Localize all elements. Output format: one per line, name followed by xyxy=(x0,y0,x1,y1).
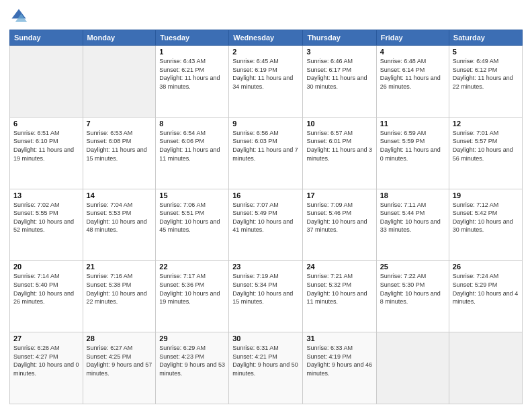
day-number: 6 xyxy=(13,120,79,128)
calendar-cell: 25Sunrise: 7:22 AMSunset: 5:30 PMDayligh… xyxy=(376,261,449,332)
weekday-header: Thursday xyxy=(303,30,376,46)
calendar-cell: 5Sunrise: 6:49 AMSunset: 6:12 PMDaylight… xyxy=(449,46,522,118)
day-detail: Sunrise: 6:54 AMSunset: 6:06 PMDaylight:… xyxy=(159,129,225,163)
calendar-cell: 15Sunrise: 7:06 AMSunset: 5:51 PMDayligh… xyxy=(156,189,229,261)
day-number: 19 xyxy=(453,191,519,199)
day-detail: Sunrise: 7:22 AMSunset: 5:30 PMDaylight:… xyxy=(380,272,445,306)
day-number: 9 xyxy=(232,120,299,128)
page: SundayMondayTuesdayWednesdayThursdayFrid… xyxy=(0,0,532,411)
calendar-cell: 4Sunrise: 6:48 AMSunset: 6:14 PMDaylight… xyxy=(376,46,449,118)
day-number: 22 xyxy=(159,263,225,271)
calendar-cell: 3Sunrise: 6:46 AMSunset: 6:17 PMDaylight… xyxy=(303,46,376,118)
day-number: 31 xyxy=(306,334,372,342)
calendar-cell: 24Sunrise: 7:21 AMSunset: 5:32 PMDayligh… xyxy=(303,261,376,332)
logo xyxy=(9,7,31,26)
day-number: 21 xyxy=(87,263,152,271)
day-detail: Sunrise: 7:16 AMSunset: 5:38 PMDaylight:… xyxy=(87,272,152,306)
day-number: 10 xyxy=(306,120,372,128)
day-detail: Sunrise: 7:07 AMSunset: 5:49 PMDaylight:… xyxy=(232,201,299,234)
day-number: 18 xyxy=(380,191,445,199)
calendar-week-row: 27Sunrise: 6:26 AMSunset: 4:27 PMDayligh… xyxy=(10,332,523,404)
day-number: 3 xyxy=(306,48,372,56)
day-number: 26 xyxy=(453,263,519,271)
calendar-cell: 17Sunrise: 7:09 AMSunset: 5:46 PMDayligh… xyxy=(303,189,376,261)
day-detail: Sunrise: 7:06 AMSunset: 5:51 PMDaylight:… xyxy=(159,201,225,234)
day-detail: Sunrise: 6:43 AMSunset: 6:21 PMDaylight:… xyxy=(159,57,225,91)
day-detail: Sunrise: 6:48 AMSunset: 6:14 PMDaylight:… xyxy=(380,57,445,91)
day-number: 27 xyxy=(13,334,79,342)
day-detail: Sunrise: 6:26 AMSunset: 4:27 PMDaylight:… xyxy=(13,344,79,377)
calendar-cell: 21Sunrise: 7:16 AMSunset: 5:38 PMDayligh… xyxy=(83,261,156,332)
day-number: 15 xyxy=(159,191,225,199)
calendar-week-row: 20Sunrise: 7:14 AMSunset: 5:40 PMDayligh… xyxy=(10,261,523,332)
calendar-cell xyxy=(10,46,83,118)
day-number: 30 xyxy=(232,334,299,342)
calendar-cell: 9Sunrise: 6:56 AMSunset: 6:03 PMDaylight… xyxy=(229,117,303,189)
calendar-week-row: 1Sunrise: 6:43 AMSunset: 6:21 PMDaylight… xyxy=(10,46,523,118)
day-detail: Sunrise: 7:14 AMSunset: 5:40 PMDaylight:… xyxy=(13,272,79,306)
day-number: 29 xyxy=(159,334,225,342)
weekday-header-row: SundayMondayTuesdayWednesdayThursdayFrid… xyxy=(10,30,523,46)
day-number: 14 xyxy=(87,191,152,199)
calendar-cell xyxy=(376,332,449,404)
calendar-cell: 2Sunrise: 6:45 AMSunset: 6:19 PMDaylight… xyxy=(229,46,303,118)
calendar-cell: 27Sunrise: 6:26 AMSunset: 4:27 PMDayligh… xyxy=(10,332,83,404)
day-detail: Sunrise: 7:02 AMSunset: 5:55 PMDaylight:… xyxy=(13,201,79,234)
calendar-cell xyxy=(83,46,156,118)
calendar-cell: 23Sunrise: 7:19 AMSunset: 5:34 PMDayligh… xyxy=(229,261,303,332)
day-detail: Sunrise: 6:51 AMSunset: 6:10 PMDaylight:… xyxy=(13,129,79,163)
day-detail: Sunrise: 6:33 AMSunset: 4:19 PMDaylight:… xyxy=(306,344,372,377)
calendar-cell: 29Sunrise: 6:29 AMSunset: 4:23 PMDayligh… xyxy=(156,332,229,404)
header xyxy=(9,7,523,26)
day-detail: Sunrise: 6:45 AMSunset: 6:19 PMDaylight:… xyxy=(232,57,299,91)
weekday-header: Friday xyxy=(376,30,449,46)
calendar-cell: 18Sunrise: 7:11 AMSunset: 5:44 PMDayligh… xyxy=(376,189,449,261)
weekday-header: Monday xyxy=(83,30,156,46)
day-number: 28 xyxy=(87,334,152,342)
calendar-table: SundayMondayTuesdayWednesdayThursdayFrid… xyxy=(9,30,523,404)
day-detail: Sunrise: 7:04 AMSunset: 5:53 PMDaylight:… xyxy=(87,201,152,234)
weekday-header: Wednesday xyxy=(229,30,303,46)
calendar-cell: 13Sunrise: 7:02 AMSunset: 5:55 PMDayligh… xyxy=(10,189,83,261)
calendar-cell: 28Sunrise: 6:27 AMSunset: 4:25 PMDayligh… xyxy=(83,332,156,404)
day-detail: Sunrise: 6:56 AMSunset: 6:03 PMDaylight:… xyxy=(232,129,299,163)
day-detail: Sunrise: 7:21 AMSunset: 5:32 PMDaylight:… xyxy=(306,272,372,306)
day-detail: Sunrise: 7:12 AMSunset: 5:42 PMDaylight:… xyxy=(453,201,519,234)
weekday-header: Tuesday xyxy=(156,30,229,46)
day-detail: Sunrise: 7:19 AMSunset: 5:34 PMDaylight:… xyxy=(232,272,299,306)
calendar-cell: 26Sunrise: 7:24 AMSunset: 5:29 PMDayligh… xyxy=(449,261,522,332)
weekday-header: Saturday xyxy=(449,30,522,46)
day-number: 17 xyxy=(306,191,372,199)
weekday-header: Sunday xyxy=(10,30,83,46)
day-number: 5 xyxy=(453,48,519,56)
calendar-cell: 1Sunrise: 6:43 AMSunset: 6:21 PMDaylight… xyxy=(156,46,229,118)
day-detail: Sunrise: 7:11 AMSunset: 5:44 PMDaylight:… xyxy=(380,201,445,234)
calendar-cell: 16Sunrise: 7:07 AMSunset: 5:49 PMDayligh… xyxy=(229,189,303,261)
day-number: 25 xyxy=(380,263,445,271)
calendar-week-row: 6Sunrise: 6:51 AMSunset: 6:10 PMDaylight… xyxy=(10,117,523,189)
calendar-cell: 22Sunrise: 7:17 AMSunset: 5:36 PMDayligh… xyxy=(156,261,229,332)
day-number: 7 xyxy=(87,120,152,128)
day-number: 16 xyxy=(232,191,299,199)
day-detail: Sunrise: 7:01 AMSunset: 5:57 PMDaylight:… xyxy=(453,129,519,163)
day-number: 23 xyxy=(232,263,299,271)
day-detail: Sunrise: 7:17 AMSunset: 5:36 PMDaylight:… xyxy=(159,272,225,306)
calendar-cell: 31Sunrise: 6:33 AMSunset: 4:19 PMDayligh… xyxy=(303,332,376,404)
calendar-cell: 6Sunrise: 6:51 AMSunset: 6:10 PMDaylight… xyxy=(10,117,83,189)
calendar-cell: 19Sunrise: 7:12 AMSunset: 5:42 PMDayligh… xyxy=(449,189,522,261)
day-number: 1 xyxy=(159,48,225,56)
day-detail: Sunrise: 6:49 AMSunset: 6:12 PMDaylight:… xyxy=(453,57,519,91)
day-number: 20 xyxy=(13,263,79,271)
calendar-cell: 10Sunrise: 6:57 AMSunset: 6:01 PMDayligh… xyxy=(303,117,376,189)
calendar-cell: 11Sunrise: 6:59 AMSunset: 5:59 PMDayligh… xyxy=(376,117,449,189)
day-number: 8 xyxy=(159,120,225,128)
day-detail: Sunrise: 6:31 AMSunset: 4:21 PMDaylight:… xyxy=(232,344,299,377)
day-detail: Sunrise: 6:59 AMSunset: 5:59 PMDaylight:… xyxy=(380,129,445,163)
day-number: 4 xyxy=(380,48,445,56)
calendar-week-row: 13Sunrise: 7:02 AMSunset: 5:55 PMDayligh… xyxy=(10,189,523,261)
calendar-cell: 14Sunrise: 7:04 AMSunset: 5:53 PMDayligh… xyxy=(83,189,156,261)
calendar-cell: 12Sunrise: 7:01 AMSunset: 5:57 PMDayligh… xyxy=(449,117,522,189)
day-detail: Sunrise: 7:24 AMSunset: 5:29 PMDaylight:… xyxy=(453,272,519,306)
day-number: 13 xyxy=(13,191,79,199)
day-detail: Sunrise: 6:29 AMSunset: 4:23 PMDaylight:… xyxy=(159,344,225,377)
